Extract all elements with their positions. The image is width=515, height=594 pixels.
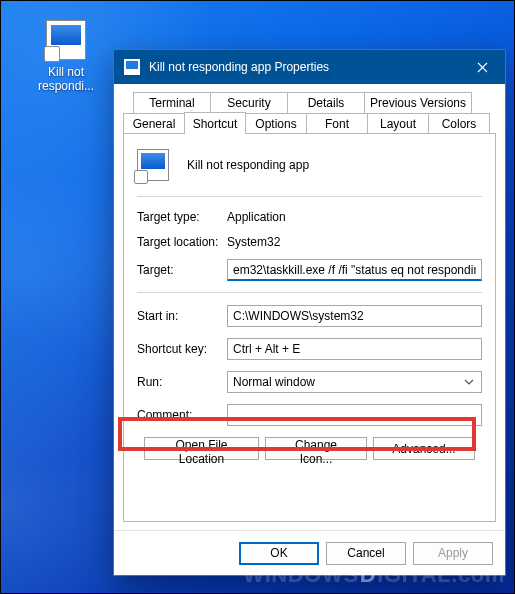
shortcut-label: Kill not respondi... bbox=[29, 65, 103, 94]
desktop-shortcut[interactable]: Kill not respondi... bbox=[29, 20, 103, 94]
label-comment: Comment: bbox=[137, 408, 227, 422]
tab-layout[interactable]: Layout bbox=[367, 113, 429, 134]
divider bbox=[137, 196, 482, 197]
input-shortcut-key[interactable] bbox=[227, 338, 482, 360]
input-target[interactable] bbox=[227, 259, 482, 281]
tab-terminal[interactable]: Terminal bbox=[133, 92, 211, 113]
apply-button[interactable]: Apply bbox=[413, 542, 493, 565]
tab-security[interactable]: Security bbox=[210, 92, 288, 113]
label-target-location: Target location: bbox=[137, 235, 227, 249]
properties-dialog: Kill not responding app Properties Termi… bbox=[113, 49, 506, 576]
advanced-button[interactable]: Advanced... bbox=[373, 437, 475, 460]
tab-shortcut[interactable]: Shortcut bbox=[184, 112, 246, 134]
titlebar-icon bbox=[124, 59, 140, 75]
titlebar-text: Kill not responding app Properties bbox=[149, 60, 459, 74]
close-button[interactable] bbox=[459, 50, 505, 84]
input-start-in[interactable] bbox=[227, 305, 482, 327]
titlebar[interactable]: Kill not responding app Properties bbox=[114, 50, 505, 84]
cancel-button[interactable]: Cancel bbox=[326, 542, 406, 565]
dialog-body: Terminal Security Details Previous Versi… bbox=[114, 84, 505, 530]
value-target-type: Application bbox=[227, 210, 286, 224]
tab-previous-versions[interactable]: Previous Versions bbox=[364, 92, 472, 113]
tab-panel-shortcut: Kill not responding app Target type: App… bbox=[123, 133, 496, 522]
app-icon bbox=[137, 149, 169, 181]
tab-details[interactable]: Details bbox=[287, 92, 365, 113]
label-target-type: Target type: bbox=[137, 210, 227, 224]
tab-font[interactable]: Font bbox=[306, 113, 368, 134]
label-run: Run: bbox=[137, 375, 227, 389]
close-icon bbox=[477, 62, 488, 73]
select-run[interactable] bbox=[227, 371, 482, 393]
label-shortcut-key: Shortcut key: bbox=[137, 342, 227, 356]
tab-colors[interactable]: Colors bbox=[428, 113, 490, 134]
tab-options[interactable]: Options bbox=[245, 113, 307, 134]
label-target: Target: bbox=[137, 263, 227, 277]
tab-general[interactable]: General bbox=[123, 113, 185, 134]
divider bbox=[137, 292, 482, 293]
value-target-location: System32 bbox=[227, 235, 280, 249]
change-icon-button[interactable]: Change Icon... bbox=[265, 437, 367, 460]
label-start-in: Start in: bbox=[137, 309, 227, 323]
shortcut-icon bbox=[46, 20, 86, 60]
input-comment[interactable] bbox=[227, 404, 482, 426]
ok-button[interactable]: OK bbox=[239, 542, 319, 565]
tab-strip: Terminal Security Details Previous Versi… bbox=[123, 92, 496, 134]
app-name: Kill not responding app bbox=[187, 158, 309, 172]
dialog-footer: OK Cancel Apply bbox=[114, 530, 505, 575]
open-file-location-button[interactable]: Open File Location bbox=[144, 437, 259, 460]
